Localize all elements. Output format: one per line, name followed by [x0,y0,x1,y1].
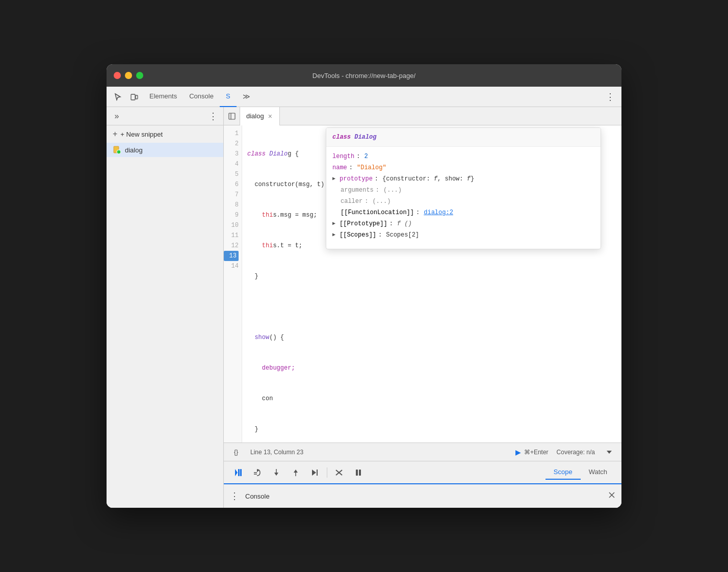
step-btn[interactable] [307,465,323,480]
device-icon [130,93,138,101]
editor-tab-dialog[interactable]: dialog × [240,107,280,125]
console-close-btn[interactable] [608,491,615,501]
tooltip-row-caller: caller : (...) [326,196,601,207]
tooltip-body: length : 2 name : "Dialog" [326,147,601,245]
sidebar-toolbar: » ⋮ [107,107,223,125]
debug-sep [327,467,327,478]
svg-rect-0 [131,94,135,100]
top-toolbar: Elements Console S ≫ ⋮ [107,87,621,107]
tab-scope[interactable]: Scope [545,465,581,480]
console-bar: ⋮ Console [224,483,621,508]
editor-area: dialog × class Dialog [224,107,621,508]
pause-btn[interactable] [351,465,366,480]
tooltip-row-arguments: arguments : (...) [326,185,601,196]
tooltip-caret-container [326,245,601,249]
sidebar-item-dialog[interactable]: dialog [107,143,223,157]
svg-marker-6 [607,451,612,454]
step-over-icon [252,467,262,478]
debug-tabs: Scope Watch [545,465,615,480]
maximize-button[interactable] [136,72,143,79]
svg-point-3 [117,150,121,154]
code-line-8: debugger; [247,363,621,373]
devtools-body: Elements Console S ≫ ⋮ » ⋮ + + New snipp… [107,87,621,508]
format-btn[interactable]: {} [230,446,242,458]
cursor-icon-btn[interactable] [111,90,125,104]
run-triangle: ▶ [515,448,521,456]
tab-console[interactable]: Console [183,87,220,107]
line-numbers: 1 2 3 4 5 6 7 8 9 10 11 12 13 14 [224,125,242,443]
step-into-icon [271,467,281,478]
tooltip-row-scopes[interactable]: ▶ [[Scopes]] : Scopes[2] [326,229,601,241]
sidebar: » ⋮ + + New snippet dialog [107,107,224,508]
step-out-btn[interactable] [288,465,303,480]
step-out-icon [291,467,301,478]
tab-overflow[interactable]: ≫ [237,87,256,107]
svg-rect-4 [229,113,235,119]
tab-bar: Elements Console S ≫ [143,87,601,107]
status-bar: {} Line 13, Column 23 ▶ ⌘+Enter Coverage… [224,443,621,461]
run-button[interactable]: ▶ ⌘+Enter [515,448,549,456]
file-icon [113,146,121,154]
tooltip-row-prototype[interactable]: ▶ prototype : {constructor: f, show: f} [326,173,601,185]
svg-marker-14 [274,473,278,476]
main-content: » ⋮ + + New snippet dialog [107,107,621,508]
resume-btn[interactable] [230,465,245,480]
deactivate-icon [334,467,344,478]
minimize-button[interactable] [125,72,132,79]
tab-elements[interactable]: Elements [143,87,183,107]
step-into-btn[interactable] [269,465,284,480]
resume-icon [232,467,243,478]
tab-sources[interactable]: S [220,87,237,107]
traffic-lights [114,72,143,79]
debug-toolbar: Scope Watch [224,461,621,483]
device-toggle-btn[interactable] [127,90,141,104]
more-menu-btn[interactable]: ⋮ [603,90,617,104]
step-over-btn[interactable] [249,465,265,480]
pause-icon [353,467,363,478]
run-shortcut: ⌘+Enter [524,449,549,456]
new-snippet-label: + New snippet [120,131,163,138]
svg-rect-22 [359,470,361,476]
tooltip-caret [367,249,375,249]
console-more-btn[interactable]: ⋮ [230,490,239,502]
code-editor[interactable]: class Dialog length : 2 [224,125,621,443]
editor-tab-close-btn[interactable]: × [267,111,273,121]
dropdown-arrow-btn[interactable] [603,446,615,458]
cursor-position: Line 13, Column 23 [250,449,303,456]
tooltip-row-location: [[FunctionLocation]] : dialog:2 [326,207,601,218]
code-line-5: } [247,271,621,281]
status-bar-right: ▶ ⌘+Enter Coverage: n/a [515,446,615,458]
tooltip-row-proto[interactable]: ▶ [[Prototype]] : f () [326,218,601,229]
code-line-7: show() { [247,332,621,343]
close-button[interactable] [114,72,121,79]
svg-rect-1 [136,95,138,99]
plus-icon: + [113,129,117,139]
coverage-label: Coverage: n/a [557,449,595,456]
svg-rect-8 [238,469,240,476]
tooltip-popup: class Dialog length : 2 [326,127,601,249]
svg-marker-7 [235,469,238,476]
code-line-9: con [247,394,621,404]
tooltip-header: class Dialog [326,128,601,147]
title-bar: DevTools - chrome://new-tab-page/ [107,64,621,87]
svg-rect-21 [356,470,358,476]
deactivate-btn[interactable] [331,465,347,480]
close-icon [608,491,615,499]
sidebar-expand-btn[interactable]: » [111,110,123,122]
code-line-10: } [247,424,621,434]
dropdown-icon [606,449,613,456]
cursor-icon [114,93,122,101]
svg-rect-9 [240,469,242,476]
tab-watch[interactable]: Watch [581,465,615,480]
svg-marker-16 [294,470,298,473]
editor-tab-label: dialog [246,112,264,120]
step-icon [310,467,320,478]
svg-marker-17 [312,470,316,476]
devtools-window: DevTools - chrome://new-tab-page/ Elemen… [107,64,621,508]
console-label: Console [245,492,270,500]
sidebar-item-label: dialog [125,146,143,154]
format-icon: {} [234,448,239,456]
new-snippet-button[interactable]: + + New snippet [107,125,223,143]
sidebar-more-btn[interactable]: ⋮ [207,110,219,122]
editor-toggle-btn[interactable] [224,107,240,125]
